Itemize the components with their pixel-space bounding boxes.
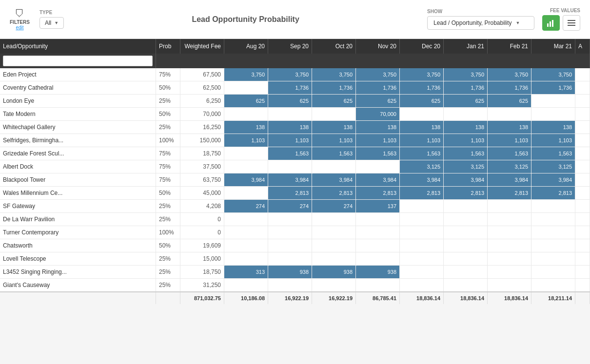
fee-btn-bar[interactable] xyxy=(542,15,560,31)
row-cell-dec xyxy=(400,226,444,239)
row-cell-nov xyxy=(356,226,400,239)
row-name: Eden Project xyxy=(0,68,156,81)
row-cell-feb xyxy=(488,213,531,226)
row-cell-jan xyxy=(444,200,488,213)
row-cell-oct xyxy=(312,160,356,173)
row-cell-oct: 1,563 xyxy=(312,147,356,160)
fee-values-label: FEE VALUES xyxy=(550,8,580,13)
row-fee: 6,250 xyxy=(180,95,224,108)
table-footer: 871,032.75 10,186.08 16,922.19 16,922.19… xyxy=(0,292,590,304)
row-fee: 0 xyxy=(180,226,224,239)
row-prob: 25% xyxy=(156,95,180,108)
row-cell-mar: 1,103 xyxy=(531,134,575,147)
row-extra xyxy=(575,239,590,252)
totals-mar: 18,211.14 xyxy=(531,292,575,304)
row-cell-jan: 1,736 xyxy=(444,81,488,95)
totals-label xyxy=(0,292,156,304)
row-cell-sep: 1,103 xyxy=(268,134,312,147)
row-cell-aug: 3,984 xyxy=(224,173,268,187)
row-cell-dec: 625 xyxy=(400,95,444,108)
row-cell-dec: 138 xyxy=(400,121,444,134)
row-cell-aug xyxy=(224,239,268,252)
row-cell-dec: 3,125 xyxy=(400,160,444,173)
row-cell-sep xyxy=(268,252,312,266)
row-fee: 4,208 xyxy=(180,200,224,213)
table-row: Whitechapel Gallery25%16,250138138138138… xyxy=(0,121,590,134)
row-cell-oct: 625 xyxy=(312,95,356,108)
row-cell-nov xyxy=(356,160,400,173)
row-cell-aug xyxy=(224,187,268,200)
row-prob: 100% xyxy=(156,134,180,147)
row-name: Coventry Cathedral xyxy=(0,81,156,95)
table-row: Chatsworth50%19,609 xyxy=(0,239,590,252)
row-cell-feb xyxy=(488,239,531,252)
row-cell-mar: 1,563 xyxy=(531,147,575,160)
row-cell-sep: 3,984 xyxy=(268,173,312,187)
totals-feb: 18,836.14 xyxy=(488,292,531,304)
row-extra xyxy=(575,68,590,81)
row-cell-aug: 274 xyxy=(224,200,268,213)
row-fee: 15,000 xyxy=(180,252,224,266)
row-cell-mar xyxy=(531,226,575,239)
row-extra xyxy=(575,266,590,279)
row-cell-dec: 1,103 xyxy=(400,134,444,147)
row-cell-jan xyxy=(444,226,488,239)
table-row: Lovell Telescope25%15,000 xyxy=(0,252,590,266)
row-cell-feb: 1,103 xyxy=(488,134,531,147)
row-name: Chatsworth xyxy=(0,239,156,252)
svg-rect-2 xyxy=(552,20,553,27)
show-dropdown[interactable]: Lead / Opportunity, Probability ▼ xyxy=(427,16,534,30)
row-cell-nov xyxy=(356,252,400,266)
row-cell-nov: 3,984 xyxy=(356,173,400,187)
row-cell-feb: 3,125 xyxy=(488,160,531,173)
type-dropdown-arrow: ▼ xyxy=(54,20,59,25)
search-input[interactable] xyxy=(3,56,153,66)
fee-btn-list[interactable] xyxy=(563,15,580,31)
row-cell-dec xyxy=(400,266,444,279)
row-cell-sep: 938 xyxy=(268,266,312,279)
col-sep20: Sep 20 xyxy=(268,39,312,54)
row-cell-jan xyxy=(444,252,488,266)
col-jan21: Jan 21 xyxy=(444,39,488,54)
row-name: SF Gateway xyxy=(0,200,156,213)
type-dropdown[interactable]: All ▼ xyxy=(39,17,64,29)
row-name: Albert Dock xyxy=(0,160,156,173)
table-row: Giant's Causeway25%31,250 xyxy=(0,279,590,292)
type-label: TYPE xyxy=(39,10,64,15)
row-cell-jan: 3,125 xyxy=(444,160,488,173)
row-cell-mar xyxy=(531,279,575,292)
table-row: Blackpool Tower75%63,7503,9843,9843,9843… xyxy=(0,173,590,187)
edit-link[interactable]: edit xyxy=(16,25,23,30)
col-aug20: Aug 20 xyxy=(224,39,268,54)
row-cell-aug: 1,103 xyxy=(224,134,268,147)
row-cell-aug xyxy=(224,147,268,160)
table-row: Coventry Cathedral50%62,5001,7361,7361,7… xyxy=(0,81,590,95)
row-cell-jan: 1,103 xyxy=(444,134,488,147)
row-cell-aug xyxy=(224,226,268,239)
table-row: De La Warr Pavilion25%0 xyxy=(0,213,590,226)
row-cell-oct: 3,750 xyxy=(312,68,356,81)
row-cell-sep: 1,736 xyxy=(268,81,312,95)
row-fee: 18,750 xyxy=(180,266,224,279)
row-cell-dec xyxy=(400,239,444,252)
row-prob: 25% xyxy=(156,121,180,134)
row-cell-mar: 1,736 xyxy=(531,81,575,95)
col-oct20: Oct 20 xyxy=(312,39,356,54)
totals-jan: 18,836.14 xyxy=(444,292,488,304)
totals-a xyxy=(575,292,590,304)
row-cell-sep xyxy=(268,108,312,121)
row-name: Tate Modern xyxy=(0,108,156,121)
row-name: London Eye xyxy=(0,95,156,108)
row-fee: 67,500 xyxy=(180,68,224,81)
row-cell-nov: 1,736 xyxy=(356,81,400,95)
row-cell-mar xyxy=(531,239,575,252)
table-row: Albert Dock75%37,5003,1253,1253,1253,125 xyxy=(0,160,590,173)
table-row: London Eye25%6,250625625625625625625625 xyxy=(0,95,590,108)
row-cell-oct xyxy=(312,226,356,239)
row-cell-dec: 1,736 xyxy=(400,81,444,95)
row-cell-sep: 138 xyxy=(268,121,312,134)
row-cell-jan xyxy=(444,108,488,121)
row-cell-mar: 2,813 xyxy=(531,187,575,200)
row-cell-jan xyxy=(444,239,488,252)
row-cell-nov xyxy=(356,279,400,292)
